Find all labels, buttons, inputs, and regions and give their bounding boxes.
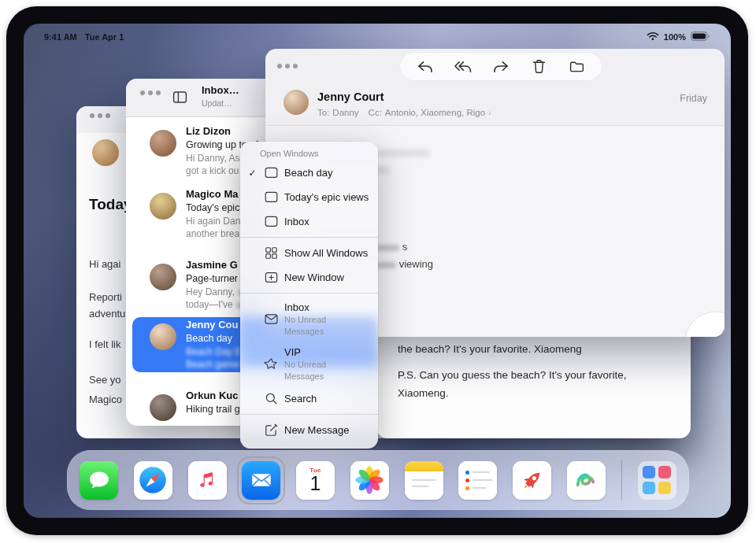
dock-divider xyxy=(621,460,623,500)
safari-app-icon[interactable] xyxy=(134,461,172,500)
new-window-icon xyxy=(263,270,280,285)
battery-percent: 100% xyxy=(664,32,686,42)
rocket-app-icon[interactable] xyxy=(513,461,551,500)
calendar-day: 1 xyxy=(310,474,321,493)
chevron-right-icon: › xyxy=(488,108,491,117)
avatar xyxy=(150,323,176,350)
email-sender: Orkun Kuc xyxy=(186,390,238,401)
window-resize-curl-handle[interactable] xyxy=(684,302,724,337)
email-subject: Beach day xyxy=(186,333,232,344)
avatar xyxy=(284,90,309,115)
app-library-icon[interactable] xyxy=(638,461,676,500)
freeform-app-icon[interactable] xyxy=(567,461,606,500)
reminders-app-icon[interactable] xyxy=(458,461,497,500)
vip-star-icon xyxy=(263,356,280,371)
messages-app-icon[interactable] xyxy=(80,461,118,500)
message-text-line: I felt lik xyxy=(89,338,120,350)
email-subject: Hiking trail g xyxy=(186,404,240,415)
inbox-envelope-icon xyxy=(263,312,280,327)
window-controls-button[interactable] xyxy=(140,90,161,95)
avatar xyxy=(150,193,176,220)
window-controls-button[interactable] xyxy=(90,113,110,118)
music-app-icon[interactable] xyxy=(188,461,227,500)
status-time: 9:41 AM xyxy=(44,32,77,42)
menu-item-show-all-windows[interactable]: Show All Windows xyxy=(240,241,378,265)
menu-divider xyxy=(240,293,378,294)
message-date: Friday xyxy=(680,93,707,104)
to-value: Danny xyxy=(332,108,358,117)
avatar xyxy=(150,130,176,157)
menu-item-inbox-window[interactable]: Inbox xyxy=(240,209,378,234)
wifi-icon xyxy=(647,31,659,42)
message-text-line: Magico xyxy=(89,393,122,405)
menu-item-new-window[interactable]: New Window xyxy=(240,265,378,290)
screen-wallpaper: 9:41 AM Tue Apr 1 100% Today Hi agai Rep… xyxy=(24,24,731,518)
email-preview: Hi Danny, As xyxy=(186,153,239,164)
dock: Tue1 xyxy=(67,450,689,510)
sidebar-toggle-icon[interactable] xyxy=(172,89,188,109)
forward-button[interactable] xyxy=(489,55,513,79)
message-text-line: See yo xyxy=(89,374,120,386)
menu-item-vip[interactable]: VIP No Unread Messages xyxy=(240,342,378,386)
menu-item-todays-epic-views[interactable]: Today's epic views xyxy=(240,185,378,209)
message-text-line: Hi agai xyxy=(89,258,120,270)
reply-all-button[interactable] xyxy=(451,55,475,79)
status-bar: 9:41 AM Tue Apr 1 100% xyxy=(24,31,731,43)
avatar xyxy=(92,139,119,166)
menu-item-new-message[interactable]: New Message xyxy=(240,418,378,442)
notes-app-icon[interactable] xyxy=(405,461,443,500)
window-icon xyxy=(263,190,280,205)
message-text-line: Xiaomeng. xyxy=(398,387,449,399)
message-text-line: P.S. Can you guess the beach? It's your … xyxy=(398,369,627,381)
folder-button[interactable] xyxy=(565,55,588,79)
menu-item-beach-day[interactable]: ✓ Beach day xyxy=(240,161,378,185)
battery-icon xyxy=(691,31,710,42)
email-sender: Liz Dizon xyxy=(186,125,231,137)
grid-icon xyxy=(263,246,280,260)
email-sender: Magico Ma xyxy=(186,188,238,200)
menu-item-search[interactable]: Search xyxy=(240,386,378,411)
checkmark-icon: ✓ xyxy=(246,168,258,179)
message-toolbar xyxy=(400,53,602,80)
ipad-device-frame: 9:41 AM Tue Apr 1 100% Today Hi agai Rep… xyxy=(6,6,748,535)
compose-icon xyxy=(263,423,280,438)
email-preview: Beach Day E xyxy=(186,346,241,357)
email-subject: Page-turner xyxy=(186,273,238,284)
email-preview: today—I've xyxy=(186,299,233,310)
email-preview: another brea xyxy=(186,228,239,239)
window-controls-button[interactable] xyxy=(277,64,298,68)
menu-header: Open Windows xyxy=(240,142,378,161)
mail-app-icon[interactable] xyxy=(242,461,280,500)
email-preview: Hi again Dan xyxy=(186,216,240,227)
calendar-app-icon[interactable]: Tue1 xyxy=(296,461,335,500)
message-sender: Jenny Court xyxy=(317,90,384,103)
message-text-fragment: viewing xyxy=(399,258,433,270)
menu-item-inbox-mailbox[interactable]: Inbox No Unread Messages xyxy=(240,297,378,342)
mailbox-status: Updat… xyxy=(202,98,232,108)
avatar xyxy=(150,264,176,290)
search-icon xyxy=(263,391,280,406)
photos-app-icon[interactable] xyxy=(350,461,389,500)
email-subject: Today's epic xyxy=(186,202,239,213)
cc-label: Cc: xyxy=(369,108,382,117)
menu-divider xyxy=(240,414,378,415)
trash-button[interactable] xyxy=(527,55,550,79)
message-text-line: Reporti xyxy=(89,291,122,303)
recipients-row[interactable]: To:DannyCc:Antonio, Xiaomeng, Rigo› xyxy=(317,108,495,117)
window-icon xyxy=(263,214,280,229)
email-sender: Jasmine G xyxy=(186,259,238,271)
open-windows-menu: Open Windows ✓ Beach day Today's epic vi… xyxy=(240,142,378,449)
status-date: Tue Apr 1 xyxy=(85,32,124,42)
mailbox-title: Inbox… xyxy=(202,84,239,96)
reply-button[interactable] xyxy=(413,55,437,79)
menu-divider xyxy=(240,237,378,238)
avatar xyxy=(150,394,176,421)
window-icon xyxy=(263,165,280,180)
to-label: To: xyxy=(317,108,329,117)
message-text-line: adventu xyxy=(89,308,125,320)
email-preview: Beach game xyxy=(186,359,239,370)
email-preview: Hey Danny, xyxy=(186,286,235,297)
email-preview: got a kick ou xyxy=(186,165,239,176)
cc-value: Antonio, Xiaomeng, Rigo xyxy=(385,108,485,117)
message-text-fragment: s xyxy=(402,241,408,253)
